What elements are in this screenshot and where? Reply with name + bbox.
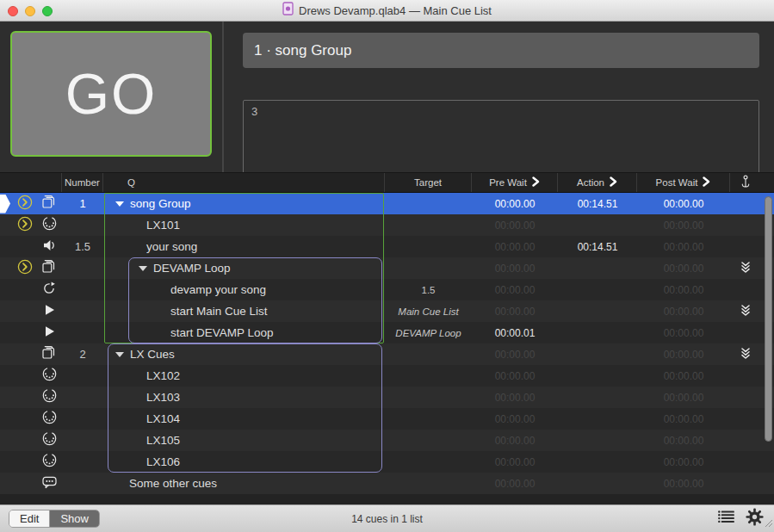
selected-cue-title-field[interactable]: 1 · song Group bbox=[243, 33, 759, 68]
post-wait-value: 00:00.00 bbox=[637, 365, 730, 387]
column-header-number[interactable]: Number bbox=[62, 173, 103, 192]
cue-target: 1.5 bbox=[385, 279, 472, 300]
cue-target: DEVAMP Loop bbox=[385, 322, 472, 343]
action-value bbox=[558, 451, 637, 473]
cue-target bbox=[385, 387, 472, 408]
cue-table-header: Number Q Target Pre Wait Action Post Wai… bbox=[0, 172, 774, 193]
column-header-q[interactable]: Q bbox=[103, 173, 385, 192]
action-value: 00:14.51 bbox=[558, 193, 637, 214]
edit-mode-button[interactable]: Edit bbox=[9, 510, 49, 527]
status-chevron-icon bbox=[16, 215, 34, 236]
chevron-right-icon[interactable] bbox=[610, 176, 617, 189]
top-section: GO 1 · song Group 3 bbox=[0, 22, 774, 172]
playhead-arrow-icon bbox=[0, 195, 10, 213]
gear-icon[interactable] bbox=[746, 508, 764, 529]
reset-icon bbox=[41, 281, 57, 300]
selected-cue-title: 1 · song Group bbox=[254, 42, 351, 59]
column-header-action[interactable]: Action bbox=[558, 173, 637, 192]
pre-wait-value: 00:00.00 bbox=[472, 193, 558, 214]
cue-row[interactable]: start DEVAMP LoopDEVAMP Loop00:00.0100:0… bbox=[0, 322, 774, 343]
pre-wait-value: 00:00.00 bbox=[472, 343, 558, 365]
auto-continue-icon bbox=[740, 347, 752, 362]
cue-target bbox=[385, 343, 472, 365]
pre-wait-value: 00:00.00 bbox=[472, 430, 558, 451]
post-wait-value: 00:00.00 bbox=[637, 236, 730, 257]
post-wait-value: 00:00.00 bbox=[637, 473, 730, 494]
cue-name: LX103 bbox=[146, 391, 180, 404]
group-icon bbox=[40, 344, 58, 364]
pre-wait-value: 00:00.00 bbox=[472, 473, 558, 494]
cue-name: LX102 bbox=[146, 369, 180, 382]
zoom-button[interactable] bbox=[42, 6, 53, 16]
chevron-right-icon[interactable] bbox=[532, 176, 540, 189]
cue-number bbox=[62, 430, 103, 451]
disclosure-triangle-icon[interactable] bbox=[139, 266, 147, 271]
cue-row[interactable]: LX10500:00.0000:00.00 bbox=[0, 430, 774, 451]
post-wait-value: 00:00.00 bbox=[637, 214, 730, 236]
action-value: 00:14.51 bbox=[558, 236, 637, 257]
pre-wait-value: 00:00.00 bbox=[472, 279, 558, 300]
midi-icon bbox=[41, 215, 58, 235]
notes-field[interactable]: 3 bbox=[243, 100, 759, 177]
midi-icon bbox=[41, 430, 58, 450]
resize-grip[interactable] bbox=[763, 516, 773, 531]
cue-row[interactable]: LX10300:00.0000:00.00 bbox=[0, 387, 774, 408]
post-wait-value: 00:00.00 bbox=[637, 322, 730, 343]
cue-row[interactable]: LX10600:00.0000:00.00 bbox=[0, 451, 774, 473]
cue-row[interactable]: devamp your song1.500:00.0000:00.00 bbox=[0, 279, 774, 300]
post-wait-value: 00:00.00 bbox=[637, 343, 730, 365]
pre-wait-value: 00:00.00 bbox=[472, 257, 558, 279]
vertical-scrollbar[interactable] bbox=[765, 196, 772, 442]
pre-wait-value: 00:00.00 bbox=[472, 451, 558, 473]
document-icon bbox=[282, 2, 294, 19]
audio-icon bbox=[41, 238, 58, 257]
cue-row[interactable]: LX10100:00.0000:00.00 bbox=[0, 214, 774, 236]
column-header-pre-wait[interactable]: Pre Wait bbox=[472, 173, 558, 192]
cue-name: song Group bbox=[130, 197, 191, 210]
action-value bbox=[558, 322, 637, 343]
cue-row[interactable]: 2LX Cues00:00.0000:00.00 bbox=[0, 343, 774, 365]
table-filler bbox=[0, 494, 774, 504]
cue-row[interactable]: LX10200:00.0000:00.00 bbox=[0, 365, 774, 387]
pre-wait-value: 00:00.01 bbox=[472, 322, 558, 343]
action-value bbox=[558, 430, 637, 451]
cue-row[interactable]: LX10400:00.0000:00.00 bbox=[0, 408, 774, 430]
window-title: Drews Devamp.qlab4 — Main Cue List bbox=[299, 4, 492, 17]
cue-number: 1 bbox=[62, 193, 103, 214]
status-chevron-icon bbox=[16, 258, 34, 279]
disclosure-triangle-icon[interactable] bbox=[115, 352, 124, 357]
title-bar[interactable]: Drews Devamp.qlab4 — Main Cue List bbox=[0, 0, 774, 22]
cue-number bbox=[62, 322, 103, 343]
minimize-button[interactable] bbox=[25, 6, 35, 16]
post-wait-value: 00:00.00 bbox=[637, 279, 730, 300]
cue-row[interactable]: 1song Group00:00.0000:14.5100:00.00 bbox=[0, 193, 774, 214]
cue-name: start Main Cue List bbox=[170, 305, 268, 318]
post-wait-value: 00:00.00 bbox=[637, 257, 730, 279]
pre-wait-value: 00:00.00 bbox=[472, 365, 558, 387]
cue-row[interactable]: Some other cues00:00.0000:00.00 bbox=[0, 473, 774, 494]
column-header-target[interactable]: Target bbox=[385, 173, 472, 192]
cue-name: devamp your song bbox=[170, 283, 266, 296]
disclosure-triangle-icon[interactable] bbox=[115, 201, 124, 207]
cue-name: LX104 bbox=[146, 412, 180, 425]
cue-row[interactable]: 1.5your song00:00.0000:14.5100:00.00 bbox=[0, 236, 774, 257]
close-button[interactable] bbox=[8, 6, 18, 16]
cue-row[interactable]: start Main Cue ListMain Cue List00:00.00… bbox=[0, 300, 774, 322]
pre-wait-value: 00:00.00 bbox=[472, 300, 558, 322]
cue-target bbox=[385, 236, 472, 257]
anchor-icon bbox=[739, 174, 752, 191]
action-value bbox=[558, 343, 637, 365]
show-mode-button[interactable]: Show bbox=[49, 510, 99, 527]
cue-target bbox=[385, 214, 472, 236]
column-header-continue[interactable] bbox=[730, 173, 761, 192]
cue-lists-icon[interactable] bbox=[718, 510, 734, 527]
go-button[interactable]: GO bbox=[10, 31, 212, 157]
cue-name: DEVAMP Loop bbox=[153, 262, 231, 275]
column-header-post-wait[interactable]: Post Wait bbox=[637, 173, 730, 192]
action-value bbox=[558, 365, 637, 387]
qlab-window: Drews Devamp.qlab4 — Main Cue List GO 1 … bbox=[0, 0, 774, 532]
chevron-right-icon[interactable] bbox=[703, 176, 710, 189]
cue-target bbox=[385, 257, 472, 279]
action-value bbox=[558, 387, 637, 408]
cue-row[interactable]: DEVAMP Loop00:00.0000:00.00 bbox=[0, 257, 774, 279]
